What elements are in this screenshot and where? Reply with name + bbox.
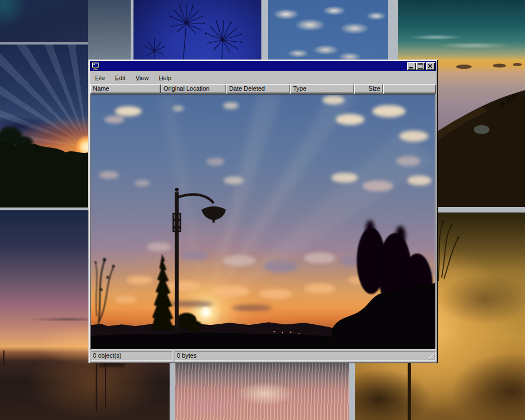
status-bytes-panel: 0 bytes (175, 351, 435, 360)
recycle-bin-window: File Edit View Help Name Original Locati… (88, 60, 438, 363)
status-bar: 0 object(s) 0 bytes (90, 351, 436, 362)
minimize-icon (409, 67, 413, 68)
wallpaper-photo-dark-navy (0, 0, 88, 42)
column-header-filler (383, 84, 436, 93)
close-icon (428, 64, 433, 68)
column-header-original-location[interactable]: Original Location (161, 84, 226, 93)
wallpaper-photo-sunburst (0, 45, 88, 207)
maximize-button[interactable] (416, 62, 425, 70)
menu-view[interactable]: View (131, 73, 154, 83)
ripple-highlights (175, 362, 349, 420)
sunburst-trees (0, 45, 88, 207)
column-header-type[interactable]: Type (290, 84, 354, 93)
title-bar[interactable] (90, 61, 436, 71)
lagoon-pole (3, 350, 4, 365)
column-header-name[interactable]: Name (90, 84, 161, 93)
wallpaper-photo-haze (88, 0, 131, 60)
menu-bar: File Edit View Help (90, 72, 436, 83)
menu-edit[interactable]: Edit (110, 73, 131, 83)
column-header-size[interactable]: Size (354, 84, 383, 93)
lagoon-pole (96, 356, 97, 412)
computer-icon (91, 62, 100, 71)
status-objects: 0 object(s) (91, 351, 172, 360)
menu-file[interactable]: File (90, 73, 110, 83)
sunset-streetlamp-photo (91, 95, 435, 349)
file-list-area[interactable] (90, 93, 436, 350)
menu-help[interactable]: Help (153, 73, 176, 83)
close-button[interactable] (426, 62, 435, 70)
status-bytes-text: 0 bytes (177, 352, 196, 359)
column-headers: Name Original Location Date Deleted Type… (90, 84, 436, 93)
minimize-button[interactable] (407, 62, 416, 70)
maximize-icon (418, 63, 423, 69)
window-controls (407, 62, 435, 70)
column-header-date-deleted[interactable]: Date Deleted (226, 84, 290, 93)
resize-grip-icon[interactable] (428, 353, 435, 360)
desktop: File Edit View Help Name Original Locati… (0, 0, 525, 420)
